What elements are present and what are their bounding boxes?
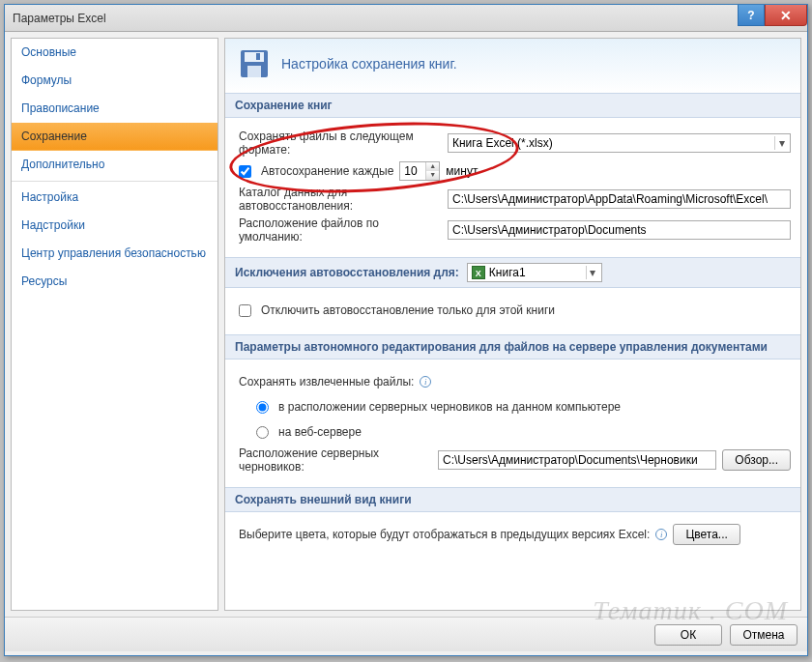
sidebar-item-customize[interactable]: Настройка bbox=[12, 184, 218, 212]
autosave-checkbox[interactable] bbox=[239, 165, 251, 178]
chevron-down-icon: ▾ bbox=[586, 266, 599, 279]
close-button[interactable]: ✕ bbox=[765, 5, 807, 26]
save-disk-icon bbox=[239, 48, 270, 79]
spin-up-icon[interactable]: ▲ bbox=[426, 162, 439, 171]
sidebar-item-resources[interactable]: Ресурсы bbox=[12, 268, 218, 296]
autosave-interval-value[interactable] bbox=[400, 162, 425, 180]
excel-file-icon: X bbox=[472, 266, 485, 279]
recovery-dir-label: Каталог данных для автовосстановления: bbox=[239, 186, 442, 213]
titlebar[interactable]: Параметры Excel ? ✕ bbox=[5, 5, 807, 32]
section-offline-header: Параметры автономного редактирования для… bbox=[225, 334, 800, 360]
dialog-footer: ОК Отмена bbox=[5, 617, 807, 651]
sidebar-item-general[interactable]: Основные bbox=[12, 39, 218, 67]
svg-rect-1 bbox=[245, 52, 264, 62]
help-button[interactable]: ? bbox=[738, 5, 765, 26]
sidebar-item-advanced[interactable]: Дополнительно bbox=[12, 151, 218, 179]
sidebar-item-trustcenter[interactable]: Центр управления безопасностью bbox=[12, 240, 218, 268]
spin-down-icon[interactable]: ▼ bbox=[426, 171, 439, 180]
default-dir-input[interactable] bbox=[448, 220, 791, 240]
cancel-button[interactable]: Отмена bbox=[730, 624, 798, 646]
file-format-dropdown[interactable]: Книга Excel (*.xlsx) ▾ bbox=[448, 133, 791, 153]
appearance-text: Выберите цвета, которые будут отображать… bbox=[239, 528, 650, 541]
location-webserver-label: на веб-сервере bbox=[278, 425, 362, 439]
info-icon[interactable]: i bbox=[420, 376, 431, 388]
window-title: Параметры Excel bbox=[13, 12, 106, 25]
banner-text: Настройка сохранения книг. bbox=[281, 56, 457, 72]
content-pane: Настройка сохранения книг. Сохранение кн… bbox=[224, 38, 801, 611]
info-icon[interactable]: i bbox=[655, 529, 667, 540]
sidebar-item-proofing[interactable]: Правописание bbox=[12, 95, 218, 123]
colors-button[interactable]: Цвета... bbox=[673, 524, 740, 545]
section-appearance-header: Сохранять внешний вид книги bbox=[225, 487, 800, 512]
sidebar-item-formulas[interactable]: Формулы bbox=[12, 67, 218, 95]
options-dialog: Параметры Excel ? ✕ Основные Формулы Пра… bbox=[4, 4, 808, 656]
section-save-books-header: Сохранение книг bbox=[225, 93, 800, 118]
ok-button[interactable]: ОК bbox=[654, 624, 722, 646]
location-local-radio[interactable] bbox=[256, 401, 269, 414]
sidebar-item-addins[interactable]: Надстройки bbox=[12, 212, 218, 240]
location-local-label: в расположении серверных черновиков на д… bbox=[278, 400, 621, 414]
browse-button[interactable]: Обзор... bbox=[722, 449, 791, 471]
svg-rect-2 bbox=[247, 66, 261, 77]
chevron-down-icon: ▾ bbox=[774, 136, 788, 150]
page-banner: Настройка сохранения книг. bbox=[225, 39, 800, 93]
section-exceptions-header: Исключения автовосстановления для: XКниг… bbox=[225, 257, 800, 288]
recovery-dir-input[interactable] bbox=[448, 189, 791, 209]
location-webserver-radio[interactable] bbox=[256, 426, 269, 439]
exception-book-dropdown[interactable]: XКнига1 ▾ bbox=[467, 263, 602, 282]
extracted-files-label: Сохранять извлеченные файлы: bbox=[239, 375, 414, 389]
format-label: Сохранять файлы в следующем формате: bbox=[239, 130, 442, 157]
file-format-value: Книга Excel (*.xlsx) bbox=[452, 136, 553, 150]
drafts-dir-input[interactable] bbox=[438, 450, 716, 470]
autosave-label: Автосохранение каждые bbox=[261, 164, 393, 178]
category-sidebar: Основные Формулы Правописание Сохранение… bbox=[11, 38, 218, 611]
autosave-unit: минут bbox=[446, 164, 478, 178]
drafts-dir-label: Расположение серверных черновиков: bbox=[239, 446, 432, 474]
exception-book-value: Книга1 bbox=[489, 266, 526, 279]
svg-rect-3 bbox=[256, 53, 260, 60]
autosave-interval-spinner[interactable]: ▲▼ bbox=[399, 161, 440, 181]
disable-autorecovery-checkbox[interactable] bbox=[239, 304, 251, 317]
disable-autorecovery-label: Отключить автовосстановление только для … bbox=[261, 303, 555, 317]
sidebar-item-save[interactable]: Сохранение bbox=[12, 123, 218, 151]
default-dir-label: Расположение файлов по умолчанию: bbox=[239, 216, 442, 244]
